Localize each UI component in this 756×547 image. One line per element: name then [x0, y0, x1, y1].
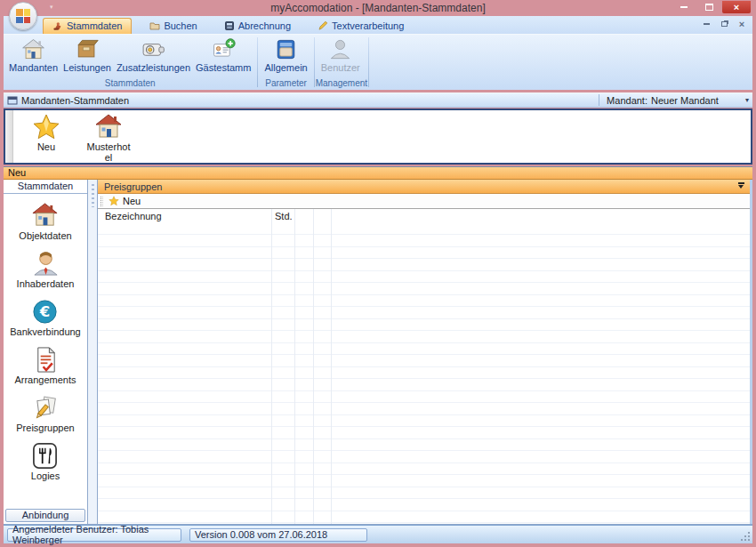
column-header-std[interactable]: Std. — [275, 211, 293, 221]
sidebar-item-label: Arrangements — [14, 374, 76, 385]
child-restore-button[interactable] — [719, 20, 729, 28]
sidebar-footer-anbindung[interactable]: Anbindung — [5, 509, 85, 522]
gaestestamm-button[interactable]: Gästestamm — [193, 36, 253, 74]
child-minimize-icon — [704, 23, 710, 25]
star-icon — [109, 196, 119, 206]
wallet-icon — [141, 37, 165, 61]
sidebar-item-inhaberdaten[interactable]: Inhaberdaten — [17, 250, 75, 289]
document-title: Mandanten-Stammdaten — [21, 95, 129, 106]
tab-buchen[interactable]: Buchen — [141, 19, 205, 34]
panel-toolbar: Neu — [98, 194, 750, 209]
musterhotel-button[interactable]: Musterhot el — [84, 113, 133, 163]
sidebar-item-objektdaten[interactable]: Objektdaten — [19, 202, 71, 241]
user-icon — [328, 37, 352, 61]
status-version-text: Version 0.008 vom 27.06.2018 — [195, 529, 327, 540]
mandanten-button[interactable]: Mandanten — [6, 36, 60, 74]
ribbon-button-label: Benutzer — [321, 62, 360, 73]
sidebar: Stammdaten Objektdaten Inhaberdaten € Ba… — [4, 180, 88, 524]
guest-card-plus-icon — [212, 37, 236, 61]
orb-logo-icon — [16, 9, 30, 23]
leistungen-button[interactable]: Leistungen — [60, 36, 114, 74]
ribbon-group-separator — [257, 37, 258, 87]
tab-stammdaten[interactable]: Stammdaten — [43, 18, 132, 34]
table-body-empty[interactable] — [98, 223, 750, 524]
ribbon-group-management: Benutzer Management — [316, 35, 367, 90]
splitter[interactable] — [88, 180, 97, 524]
window-title: myAccomodation - [Mandanten-Stammdaten] — [270, 2, 485, 14]
box-icon — [75, 37, 99, 61]
toolbar-item-label: Musterhot — [87, 141, 131, 152]
sidebar-item-arrangements[interactable]: Arrangements — [14, 346, 76, 385]
child-minimize-button[interactable] — [701, 20, 712, 28]
euro-icon: € — [31, 298, 59, 326]
tab-label: Stammdaten — [67, 20, 122, 31]
mandant-combobox[interactable]: Neuer Mandant — [651, 95, 744, 106]
person-icon — [32, 250, 60, 278]
sidebar-item-logies[interactable]: Logies — [31, 442, 60, 481]
child-close-icon: × — [739, 20, 744, 28]
application-menu-orb[interactable] — [9, 2, 37, 30]
neu-mandant-button[interactable]: Neu — [22, 113, 70, 163]
toolbar-item-label: Neu — [37, 141, 55, 152]
document-bar: Mandanten-Stammdaten Mandant: Neuer Mand… — [4, 93, 752, 108]
sidebar-item-label: Inhaberdaten — [17, 278, 75, 289]
allgemein-button[interactable]: Allgemein — [261, 36, 310, 74]
ribbon-button-label: Allgemein — [264, 62, 307, 73]
toolbar-drag-strip[interactable] — [5, 110, 13, 163]
column-divider — [313, 209, 314, 524]
quick-access-dropdown-icon[interactable]: ▾ — [50, 4, 53, 11]
sidebar-item-label: Preisgruppen — [16, 422, 74, 433]
column-divider — [271, 209, 272, 524]
splitter-grip-icon — [92, 184, 94, 207]
document-check-icon — [32, 346, 60, 374]
child-restore-icon — [721, 21, 728, 27]
blue-folder-icon — [274, 37, 298, 61]
ribbon: Mandanten Leistungen Zusatzleistungen Gä… — [4, 34, 752, 90]
document-window-icon — [7, 95, 18, 106]
close-button[interactable]: × — [722, 1, 751, 13]
mandant-label: Mandant: — [607, 95, 647, 106]
tab-label: Buchen — [164, 20, 197, 31]
sidebar-item-label: Logies — [31, 471, 60, 481]
ribbon-button-label: Mandanten — [9, 62, 58, 73]
star-icon — [32, 113, 60, 141]
restaurant-icon — [31, 442, 59, 470]
panel-header: Preisgruppen — [98, 180, 750, 194]
separator — [599, 94, 599, 106]
minimize-button[interactable] — [672, 1, 696, 13]
table-header-row: Bezeichnung Std. — [98, 209, 750, 223]
sidebar-item-bankverbindung[interactable]: € Bankverbindung — [10, 298, 81, 337]
chevron-down-icon[interactable]: ▾ — [745, 96, 749, 104]
sidebar-item-preisgruppen[interactable]: Preisgruppen — [16, 394, 74, 433]
ribbon-button-label: Leistungen — [63, 62, 111, 73]
new-entry-button[interactable]: Neu — [109, 196, 141, 206]
resize-grip-icon[interactable] — [748, 539, 750, 541]
column-divider — [294, 209, 295, 524]
svg-text:€: € — [39, 303, 50, 320]
folder-icon — [149, 20, 160, 31]
tab-label: Abrechnung — [238, 20, 291, 31]
toolbar-grip-icon — [101, 197, 103, 206]
pin-dropdown-icon[interactable] — [738, 185, 744, 189]
zusatzleistungen-button[interactable]: Zusatzleistungen — [114, 36, 193, 74]
ribbon-group-parameter: Allgemein Parameter — [259, 35, 312, 90]
toolbar-item-label-line2: el — [105, 152, 113, 163]
maximize-button[interactable] — [697, 1, 720, 13]
tab-abrechnung[interactable]: Abrechnung — [215, 19, 300, 34]
stamp-icon — [52, 20, 63, 31]
ribbon-group-label: Stammdaten — [4, 77, 256, 90]
ribbon-group-stammdaten: Mandanten Leistungen Zusatzleistungen Gä… — [4, 35, 256, 90]
status-version-pane: Version 0.008 vom 27.06.2018 — [189, 528, 367, 542]
panel-title: Preisgruppen — [104, 181, 162, 192]
sidebar-item-label: Objektdaten — [19, 230, 71, 241]
child-close-button[interactable]: × — [736, 20, 747, 28]
ribbon-button-label: Gästestamm — [196, 62, 251, 73]
ribbon-group-label: Management — [316, 77, 367, 90]
tab-textverarbeitung[interactable]: Textverarbeitung — [309, 19, 413, 34]
benutzer-button[interactable]: Benutzer — [318, 36, 363, 74]
house-icon — [31, 202, 59, 229]
preisgruppen-table[interactable]: Bezeichnung Std. — [98, 209, 750, 524]
column-header-bezeichnung[interactable]: Bezeichnung — [105, 211, 162, 221]
sidebar-header: Stammdaten — [4, 180, 87, 194]
ribbon-group-separator — [368, 37, 369, 87]
